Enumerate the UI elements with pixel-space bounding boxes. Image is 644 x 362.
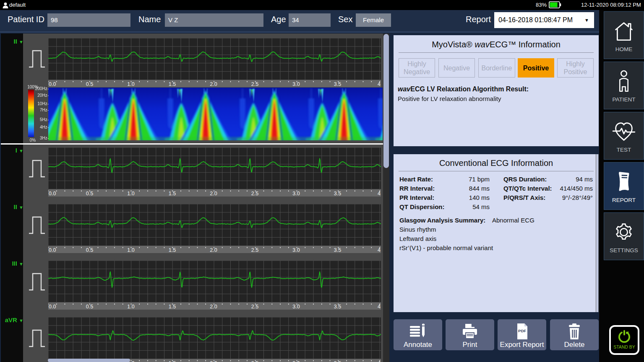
svg-text:3.5: 3.5 bbox=[334, 360, 341, 362]
svg-text:0.0: 0.0 bbox=[49, 81, 56, 87]
svg-text:3.0: 3.0 bbox=[292, 191, 300, 197]
svg-text:4: 4 bbox=[378, 360, 381, 362]
svg-text:0.0: 0.0 bbox=[49, 247, 56, 253]
svg-text:4: 4 bbox=[378, 247, 381, 253]
svg-text:3.0: 3.0 bbox=[292, 304, 300, 310]
svg-text:1.0: 1.0 bbox=[127, 247, 134, 253]
svg-text:4: 4 bbox=[378, 304, 381, 310]
svg-text:2.5: 2.5 bbox=[251, 81, 258, 87]
svg-text:0.0: 0.0 bbox=[49, 304, 56, 310]
svg-text:2.5: 2.5 bbox=[251, 360, 258, 362]
svg-text:2.0: 2.0 bbox=[210, 360, 217, 362]
svg-text:1.5: 1.5 bbox=[169, 191, 176, 197]
svg-text:3.5: 3.5 bbox=[334, 304, 341, 310]
svg-text:0.5: 0.5 bbox=[86, 191, 93, 197]
svg-text:4: 4 bbox=[378, 191, 381, 197]
svg-text:2.5: 2.5 bbox=[251, 247, 258, 253]
svg-text:1.5: 1.5 bbox=[169, 360, 176, 362]
svg-text:2.0: 2.0 bbox=[210, 191, 217, 197]
svg-text:2.5: 2.5 bbox=[251, 304, 258, 310]
svg-text:3.5: 3.5 bbox=[334, 81, 341, 87]
svg-text:1.0: 1.0 bbox=[127, 191, 134, 197]
svg-text:0.5: 0.5 bbox=[86, 304, 93, 310]
svg-text:0.5: 0.5 bbox=[86, 81, 93, 87]
svg-text:3.0: 3.0 bbox=[292, 81, 300, 87]
svg-text:2.0: 2.0 bbox=[210, 304, 217, 310]
svg-text:1.0: 1.0 bbox=[127, 81, 134, 87]
svg-text:3.0: 3.0 bbox=[292, 247, 300, 253]
svg-text:1.5: 1.5 bbox=[169, 81, 176, 87]
svg-text:1.5: 1.5 bbox=[169, 304, 176, 310]
svg-text:4: 4 bbox=[378, 81, 381, 87]
svg-text:0.0: 0.0 bbox=[49, 191, 56, 197]
svg-text:3.5: 3.5 bbox=[334, 247, 341, 253]
svg-text:3.5: 3.5 bbox=[334, 191, 341, 197]
svg-text:1.0: 1.0 bbox=[127, 304, 134, 310]
svg-text:0.5: 0.5 bbox=[86, 247, 93, 253]
svg-text:PDF: PDF bbox=[518, 328, 526, 333]
svg-text:2.0: 2.0 bbox=[210, 81, 217, 87]
svg-text:1.5: 1.5 bbox=[169, 247, 176, 253]
svg-text:3.0: 3.0 bbox=[292, 360, 300, 362]
svg-text:2.0: 2.0 bbox=[210, 247, 217, 253]
svg-text:2.5: 2.5 bbox=[251, 191, 258, 197]
